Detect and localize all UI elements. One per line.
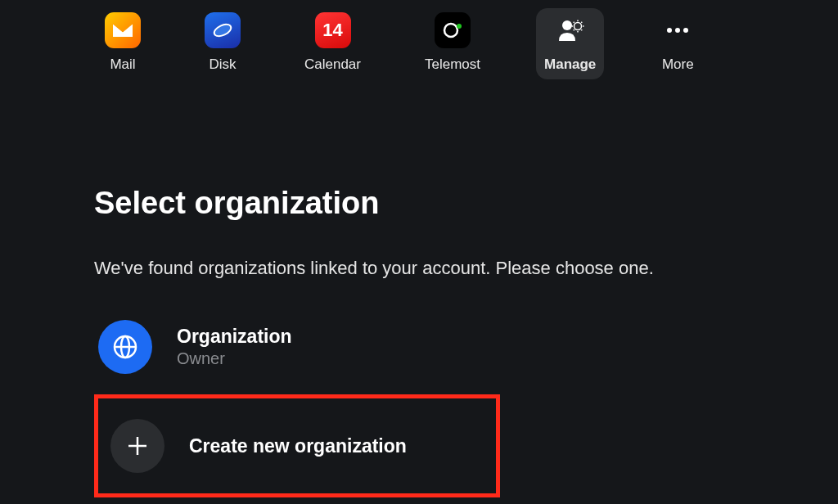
- main-content: Select organization We've found organiza…: [0, 79, 838, 497]
- nav-mail-label: Mail: [110, 56, 135, 73]
- calendar-date: 14: [322, 20, 342, 41]
- svg-point-14: [667, 28, 672, 33]
- nav-manage-label: Manage: [544, 56, 596, 73]
- nav-telemost[interactable]: Telemost: [417, 8, 489, 79]
- svg-point-15: [675, 28, 680, 33]
- nav-calendar[interactable]: 14 Calendar: [296, 8, 369, 79]
- create-organization-label: Create new organization: [189, 435, 407, 457]
- highlight-annotation: Create new organization: [94, 394, 500, 497]
- page-title: Select organization: [94, 186, 838, 221]
- page-subtitle: We've found organizations linked to your…: [94, 258, 838, 279]
- svg-line-10: [573, 22, 574, 23]
- top-navigation: Mail Disk 14 Calendar Telemost: [0, 0, 838, 79]
- nav-disk[interactable]: Disk: [196, 8, 249, 79]
- mail-icon: [105, 12, 141, 48]
- organization-item[interactable]: Organization Owner: [94, 312, 838, 382]
- organization-text: Organization Owner: [177, 326, 292, 368]
- disk-icon: [205, 12, 241, 48]
- nav-mail[interactable]: Mail: [97, 8, 149, 79]
- plus-icon: [110, 419, 164, 473]
- svg-point-3: [457, 24, 462, 29]
- telemost-icon: [435, 12, 471, 48]
- calendar-icon: 14: [315, 12, 351, 48]
- nav-more[interactable]: More: [651, 8, 704, 79]
- svg-point-2: [444, 24, 457, 37]
- create-organization-button[interactable]: Create new organization: [106, 411, 496, 481]
- nav-disk-label: Disk: [209, 56, 236, 73]
- svg-line-13: [573, 29, 574, 30]
- more-icon: [660, 12, 696, 48]
- nav-calendar-label: Calendar: [304, 56, 361, 73]
- manage-icon: [552, 12, 588, 48]
- organization-role: Owner: [177, 349, 292, 368]
- svg-line-11: [581, 29, 582, 30]
- svg-line-12: [581, 22, 582, 23]
- svg-point-4: [562, 20, 572, 30]
- organization-name: Organization: [177, 326, 292, 348]
- nav-more-label: More: [662, 56, 694, 73]
- nav-manage[interactable]: Manage: [536, 8, 604, 79]
- svg-point-5: [574, 23, 581, 30]
- globe-icon: [98, 320, 152, 374]
- nav-telemost-label: Telemost: [425, 56, 480, 73]
- svg-point-16: [683, 28, 688, 33]
